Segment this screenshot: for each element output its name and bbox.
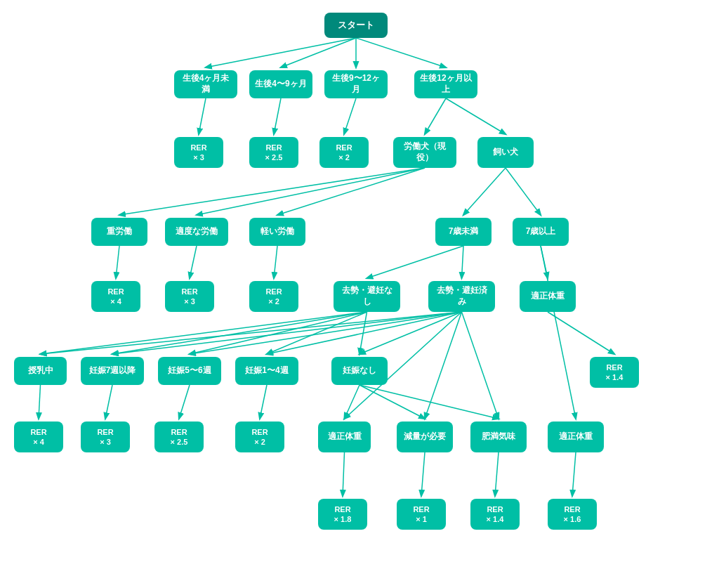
svg-line-27	[190, 312, 462, 354]
svg-line-13	[506, 168, 541, 215]
svg-line-17	[367, 246, 464, 278]
node-ninshin7: 妊娠7週以降	[81, 357, 144, 385]
svg-line-34	[260, 385, 267, 419]
svg-line-7	[425, 98, 446, 134]
svg-line-42	[343, 452, 345, 496]
svg-line-11	[277, 168, 425, 215]
svg-line-8	[446, 98, 506, 134]
svg-line-41	[541, 246, 576, 419]
node-tekisei2: 適正体重	[318, 422, 371, 452]
node-ninshin14: 妊娠1〜4週	[235, 357, 298, 385]
node-rer4b: RER × 4	[14, 422, 63, 452]
node-rer2c: RER × 2	[235, 422, 284, 452]
node-rer14b: RER × 1.4	[470, 499, 520, 530]
node-rer2a: RER × 2	[319, 137, 369, 168]
svg-line-14	[116, 246, 119, 278]
svg-line-39	[425, 312, 462, 419]
node-rer3: RER × 3	[174, 137, 223, 168]
svg-line-9	[119, 168, 425, 215]
node-tekisei1: 適正体重	[520, 281, 576, 312]
node-gensho: 減量が必要	[397, 422, 453, 452]
svg-line-10	[197, 168, 425, 215]
node-n2: 生後4〜9ヶ月	[249, 70, 312, 98]
node-tekido: 適度な労働	[165, 218, 228, 246]
svg-line-16	[274, 246, 277, 278]
node-rer4: RER × 4	[91, 281, 140, 312]
node-nashi: 去勢・避妊なし	[334, 281, 400, 312]
node-n3: 生後9〜12ヶ月	[324, 70, 388, 98]
svg-line-26	[112, 312, 462, 354]
node-junyuchu: 授乳中	[14, 357, 67, 385]
svg-line-31	[39, 385, 41, 419]
node-rer3c: RER × 3	[81, 422, 130, 452]
node-rodo: 労働犬（現役）	[393, 137, 456, 168]
node-n4: 生後12ヶ月以上	[414, 70, 477, 98]
svg-line-33	[179, 385, 190, 419]
node-rer1: RER × 1	[397, 499, 446, 530]
node-rer2b: RER × 2	[249, 281, 298, 312]
svg-line-24	[360, 312, 367, 354]
node-start: スタート	[324, 13, 388, 38]
svg-line-40	[462, 312, 499, 419]
svg-line-37	[360, 385, 499, 419]
node-karui: 軽い労働	[249, 218, 305, 246]
svg-line-19	[541, 246, 548, 278]
svg-line-4	[199, 98, 206, 134]
svg-line-32	[105, 385, 112, 419]
svg-line-21	[112, 312, 367, 354]
node-ninshinashi: 妊娠なし	[331, 357, 388, 385]
node-tekisei3: 適正体重	[548, 422, 604, 452]
node-kaiinu: 飼い犬	[477, 137, 534, 168]
node-juro: 重労働	[91, 218, 147, 246]
svg-line-30	[548, 312, 614, 354]
svg-line-3	[356, 38, 446, 67]
svg-line-35	[345, 385, 360, 419]
svg-line-6	[344, 98, 356, 134]
node-age7under: 7歳未満	[435, 218, 492, 246]
svg-line-22	[190, 312, 367, 354]
svg-line-23	[267, 312, 367, 354]
node-n1: 生後4ヶ月未満	[174, 70, 237, 98]
svg-line-43	[421, 452, 425, 496]
node-rer16: RER × 1.6	[548, 499, 597, 530]
svg-line-18	[462, 246, 464, 278]
node-zumi: 去勢・避妊済み	[428, 281, 495, 312]
svg-line-29	[360, 312, 462, 354]
svg-line-28	[267, 312, 462, 354]
svg-line-20	[41, 312, 367, 354]
svg-line-5	[274, 98, 281, 134]
node-rer25: RER × 2.5	[249, 137, 298, 168]
node-rer25b: RER × 2.5	[154, 422, 204, 452]
svg-line-36	[360, 385, 425, 419]
flowchart: スタート生後4ヶ月未満生後4〜9ヶ月生後9〜12ヶ月生後12ヶ月以上RER × …	[0, 0, 719, 588]
svg-line-25	[41, 312, 462, 354]
node-rer14a: RER × 1.4	[590, 357, 639, 388]
node-rer3b: RER × 3	[165, 281, 214, 312]
node-age7over: 7歳以上	[513, 218, 569, 246]
svg-line-1	[281, 38, 356, 67]
svg-line-12	[463, 168, 506, 215]
svg-line-45	[572, 452, 576, 496]
svg-line-0	[206, 38, 356, 67]
node-rer18: RER × 1.8	[318, 499, 367, 530]
svg-line-15	[190, 246, 197, 278]
svg-line-44	[495, 452, 499, 496]
node-himanki: 肥満気味	[470, 422, 527, 452]
node-ninshin56: 妊娠5〜6週	[158, 357, 221, 385]
